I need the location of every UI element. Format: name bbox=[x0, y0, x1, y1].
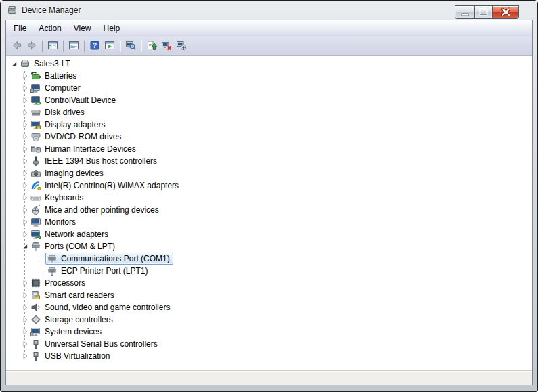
tree-node[interactable]: System devices bbox=[29, 326, 105, 338]
tree-node[interactable]: Communications Port (COM1) bbox=[45, 253, 173, 265]
tree-indent bbox=[6, 88, 21, 89]
tree-node[interactable]: Sound, video and game controllers bbox=[29, 301, 173, 313]
uninstall-device-button[interactable] bbox=[159, 39, 174, 53]
titlebar[interactable]: Device Manager bbox=[1, 1, 537, 20]
expand-arrow-icon[interactable] bbox=[21, 313, 29, 326]
tree-node-label: IEEE 1394 Bus host controllers bbox=[44, 156, 158, 166]
tree-node[interactable]: Processors bbox=[29, 277, 89, 289]
tree-node[interactable]: Ports (COM & LPT) bbox=[29, 240, 118, 253]
minimize-button[interactable] bbox=[455, 5, 474, 19]
disk-drive-icon bbox=[30, 107, 41, 118]
update-driver-icon bbox=[146, 40, 157, 53]
tree-row: IEEE 1394 Bus host controllers bbox=[6, 155, 532, 167]
statusbar bbox=[6, 370, 532, 385]
tree-node[interactable]: Universal Serial Bus controllers bbox=[29, 338, 161, 350]
tree-indent bbox=[6, 173, 21, 174]
menu-help[interactable]: Help bbox=[97, 20, 127, 37]
update-driver-software-button[interactable] bbox=[144, 39, 159, 53]
disable-device-button[interactable] bbox=[174, 39, 189, 53]
keyboard-icon bbox=[30, 192, 41, 203]
show-hide-console-tree-button[interactable] bbox=[45, 39, 60, 53]
expand-arrow-icon[interactable] bbox=[21, 94, 29, 106]
maximize-button[interactable] bbox=[474, 5, 493, 19]
expand-arrow-icon[interactable] bbox=[21, 167, 29, 179]
collapse-arrow-icon[interactable] bbox=[21, 240, 29, 253]
tree-node[interactable]: Monitors bbox=[29, 216, 79, 228]
tree-node[interactable]: Disk drives bbox=[29, 106, 88, 118]
twisty-placeholder bbox=[37, 253, 45, 265]
expand-arrow-icon[interactable] bbox=[21, 228, 29, 240]
action-pane-icon bbox=[104, 40, 115, 53]
storage-controller-icon bbox=[30, 314, 41, 325]
show-action-pane-button[interactable] bbox=[102, 39, 117, 53]
tree-row: Sound, video and game controllers bbox=[6, 301, 532, 313]
expand-arrow-icon[interactable] bbox=[21, 289, 29, 301]
tree-node-label: Storage controllers bbox=[44, 315, 114, 324]
tree-node-label: Monitors bbox=[44, 217, 76, 227]
expand-arrow-icon[interactable] bbox=[21, 106, 29, 118]
expand-arrow-icon[interactable] bbox=[21, 326, 29, 338]
expand-arrow-icon[interactable] bbox=[21, 204, 29, 216]
close-button[interactable] bbox=[493, 5, 519, 19]
smartcard-reader-icon bbox=[30, 290, 41, 301]
tree-node[interactable]: Display adapters bbox=[29, 118, 108, 131]
tree-node[interactable]: Computer bbox=[29, 82, 84, 94]
tree-node[interactable]: Mice and other pointing devices bbox=[29, 204, 162, 216]
tree-indent bbox=[6, 356, 21, 357]
tree-node[interactable]: Sales3-LT bbox=[18, 58, 74, 70]
properties-button[interactable] bbox=[66, 39, 81, 53]
device-tree-area[interactable]: Sales3-LTBatteriesComputerControlVault D… bbox=[6, 56, 532, 370]
tree-node[interactable]: IEEE 1394 Bus host controllers bbox=[29, 155, 160, 167]
tree-node-label: Batteries bbox=[44, 71, 77, 81]
menu-view[interactable]: View bbox=[68, 20, 97, 37]
arrow-right-icon bbox=[26, 40, 37, 53]
uninstall-device-icon bbox=[161, 40, 172, 53]
tree-node-label: Network adapters bbox=[44, 230, 109, 239]
expand-arrow-icon[interactable] bbox=[21, 350, 29, 362]
help-icon: ? bbox=[89, 40, 100, 53]
tree-node[interactable]: Storage controllers bbox=[29, 313, 116, 326]
tree-node[interactable]: Batteries bbox=[29, 70, 80, 82]
expand-arrow-icon[interactable] bbox=[21, 179, 29, 192]
expand-arrow-icon[interactable] bbox=[21, 338, 29, 350]
expand-arrow-icon[interactable] bbox=[21, 82, 29, 94]
help-button[interactable]: ? bbox=[87, 39, 102, 53]
minimize-icon bbox=[455, 6, 475, 18]
expand-arrow-icon[interactable] bbox=[21, 216, 29, 228]
tree-indent bbox=[6, 344, 21, 345]
expand-arrow-icon[interactable] bbox=[21, 277, 29, 289]
tree-node[interactable]: Keyboards bbox=[29, 192, 87, 204]
expand-arrow-icon[interactable] bbox=[21, 118, 29, 131]
expand-arrow-icon[interactable] bbox=[21, 301, 29, 313]
tree-indent bbox=[6, 283, 21, 284]
tree-node[interactable]: ECP Printer Port (LPT1) bbox=[45, 265, 151, 277]
expand-arrow-icon[interactable] bbox=[21, 155, 29, 167]
tree-node-label: Imaging devices bbox=[44, 169, 104, 178]
tree-row: Batteries bbox=[6, 70, 532, 82]
menu-file[interactable]: File bbox=[7, 20, 32, 37]
tree-node[interactable]: Smart card readers bbox=[29, 289, 118, 301]
scan-for-hardware-changes-button[interactable] bbox=[123, 39, 138, 53]
collapse-arrow-icon[interactable] bbox=[10, 58, 18, 70]
twisty-placeholder bbox=[37, 265, 45, 277]
tree-node[interactable]: Intel(R) Centrino(R) WiMAX adapters bbox=[29, 179, 182, 192]
tree-node[interactable]: DVD/CD-ROM drives bbox=[29, 131, 125, 143]
tree-indent bbox=[6, 76, 21, 77]
tree-node[interactable]: Human Interface Devices bbox=[29, 143, 139, 155]
controlvault-icon bbox=[30, 95, 41, 106]
tree-node[interactable]: Network adapters bbox=[29, 228, 112, 240]
tree-row: Sales3-LT bbox=[6, 58, 532, 70]
forward-button[interactable] bbox=[24, 39, 39, 53]
tree-node[interactable]: Imaging devices bbox=[29, 167, 107, 179]
back-button[interactable] bbox=[9, 39, 24, 53]
expand-arrow-icon[interactable] bbox=[21, 192, 29, 204]
tree-node[interactable]: ControlVault Device bbox=[29, 94, 119, 106]
tree-indent bbox=[6, 320, 21, 320]
expand-arrow-icon[interactable] bbox=[21, 70, 29, 82]
menu-action[interactable]: Action bbox=[32, 20, 67, 37]
tree-row: Mice and other pointing devices bbox=[6, 204, 532, 216]
wimax-adapter-icon bbox=[30, 180, 41, 191]
expand-arrow-icon[interactable] bbox=[21, 143, 29, 155]
expand-arrow-icon[interactable] bbox=[21, 131, 29, 143]
tree-node[interactable]: USB Virtualization bbox=[29, 350, 114, 362]
